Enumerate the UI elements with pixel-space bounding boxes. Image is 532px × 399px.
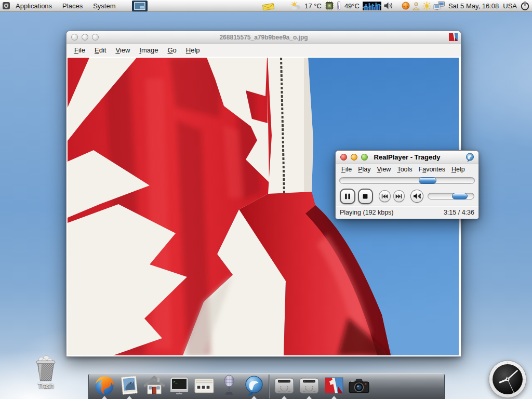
rp-menu-favorites[interactable]: Favorites <box>416 165 448 174</box>
clock-face <box>487 359 528 399</box>
realplayer-menubar: FilePlayViewToolsFavoritesHelp <box>336 164 478 175</box>
realplayer-window: RealPlayer - Tragedy FilePlayViewToolsFa… <box>335 150 479 218</box>
mail-envelope-icon[interactable] <box>261 2 276 10</box>
sun-applet-icon[interactable] <box>422 2 431 10</box>
flag-image-icon <box>323 374 345 399</box>
running-indicator <box>102 396 107 399</box>
system-monitor-icon[interactable] <box>363 2 381 10</box>
playback-time: 3:15 / 4:36 <box>444 209 474 216</box>
running-indicator <box>331 396 337 399</box>
desktop: { "panel": { "logo_icon": "distro-logo-i… <box>0 0 532 399</box>
microphone-icon <box>218 374 241 399</box>
rp-menu-file[interactable]: File <box>338 165 355 174</box>
playback-controls <box>336 187 478 206</box>
thermometer-icon[interactable] <box>336 1 341 10</box>
camera-icon <box>348 374 370 399</box>
svg-text:>_: >_ <box>173 380 178 384</box>
next-button[interactable] <box>393 190 405 202</box>
previous-button[interactable] <box>379 190 391 202</box>
dock-item-flag-image[interactable] <box>322 375 347 398</box>
panel-windows-icon <box>193 374 216 399</box>
realplayer-titlebar[interactable]: RealPlayer - Tragedy <box>336 151 478 164</box>
viewer-menu-view[interactable]: View <box>111 45 135 56</box>
cpu-temp[interactable]: 49°C <box>343 2 361 10</box>
window-mini-flag-icon <box>449 33 458 43</box>
viewer-menu-image[interactable]: Image <box>135 45 163 56</box>
dock-item-home[interactable] <box>142 375 167 398</box>
stop-button[interactable] <box>358 189 374 204</box>
network-computers-icon[interactable] <box>433 1 445 11</box>
viewer-menu-file[interactable]: File <box>70 45 90 56</box>
dock-item-camera[interactable] <box>347 375 371 398</box>
running-indicator <box>282 396 287 399</box>
dock-item-realplayer[interactable] <box>242 375 267 398</box>
dock: >_ <box>88 373 445 399</box>
rp-menu-view[interactable]: View <box>374 165 394 174</box>
dock-item-hard-drive-1[interactable] <box>272 375 297 398</box>
viewer-menu-go[interactable]: Go <box>163 45 181 56</box>
hard-drive-1-icon <box>273 374 296 399</box>
updates-orb-icon[interactable] <box>402 2 410 10</box>
window-selector-icon[interactable] <box>132 1 148 11</box>
rp-menu-help[interactable]: Help <box>448 165 468 174</box>
panel-menu-system[interactable]: System <box>88 0 121 11</box>
pause-button[interactable] <box>340 189 355 204</box>
weather-temp[interactable]: 17 °C <box>303 2 323 10</box>
window-title: RealPlayer - Tragedy <box>336 153 478 161</box>
running-indicator <box>127 396 132 399</box>
panel-menu-places[interactable]: Places <box>57 0 88 11</box>
distro-logo-icon[interactable] <box>2 2 10 10</box>
dock-item-panel-windows[interactable] <box>192 375 217 398</box>
hard-drive-2-icon <box>298 374 321 399</box>
realplayer-icon <box>243 374 265 399</box>
volume-slider-thumb[interactable] <box>452 193 468 200</box>
running-indicator <box>307 396 312 399</box>
running-indicator <box>251 396 257 399</box>
playback-status: Playing (192 kbps) <box>340 209 394 216</box>
firefox-icon <box>93 374 116 399</box>
panel-menus: ApplicationsPlacesSystem <box>10 0 121 11</box>
mail-icon <box>118 374 141 399</box>
volume-slider[interactable] <box>428 193 474 200</box>
window-title: 268815575_a79b9bee9a_o.jpg <box>66 34 461 41</box>
dock-separator <box>269 375 270 398</box>
seek-row <box>336 175 478 187</box>
seek-slider[interactable] <box>339 177 475 184</box>
user-switcher-icon[interactable] <box>412 2 420 10</box>
viewer-menu-help[interactable]: Help <box>181 45 205 56</box>
image-viewer-menubar: FileEditViewImageGoHelp <box>66 44 461 57</box>
dock-item-microphone[interactable] <box>217 375 242 398</box>
panel-clock[interactable]: Sat 5 May, 16:08 <box>447 2 500 10</box>
dock-item-mail[interactable] <box>117 375 142 398</box>
volume-speaker-icon[interactable] <box>383 2 393 10</box>
analog-clock-widget[interactable] <box>487 359 528 399</box>
rp-menu-tools[interactable]: Tools <box>394 165 415 174</box>
realplayer-statusbar: Playing (192 kbps) 3:15 / 4:36 <box>336 206 478 219</box>
volume-button[interactable] <box>410 190 423 203</box>
top-panel: ApplicationsPlacesSystem 17 °C 49°C Sat … <box>0 0 532 12</box>
panel-menu-applications[interactable]: Applications <box>10 0 57 11</box>
weather-sun-cloud-icon[interactable] <box>290 2 301 10</box>
seek-slider-thumb[interactable] <box>419 177 436 184</box>
dock-item-hard-drive-2[interactable] <box>297 375 322 398</box>
trash-icon[interactable] <box>32 374 60 383</box>
cpu-chip-icon[interactable] <box>325 1 334 10</box>
home-icon <box>143 374 166 399</box>
rp-menu-play[interactable]: Play <box>355 165 374 174</box>
dock-item-firefox[interactable] <box>92 375 117 398</box>
power-icon[interactable] <box>520 1 530 11</box>
keyboard-layout-indicator[interactable]: USA <box>502 2 518 10</box>
image-viewer-titlebar[interactable]: 268815575_a79b9bee9a_o.jpg <box>66 31 461 44</box>
realplayer-logo-icon <box>465 153 475 164</box>
viewer-menu-edit[interactable]: Edit <box>90 45 111 56</box>
trash-label: Trash <box>30 382 61 390</box>
dock-item-terminal[interactable]: >_ <box>167 375 192 398</box>
terminal-icon: >_ <box>168 374 191 399</box>
trash[interactable]: Trash <box>30 355 61 390</box>
